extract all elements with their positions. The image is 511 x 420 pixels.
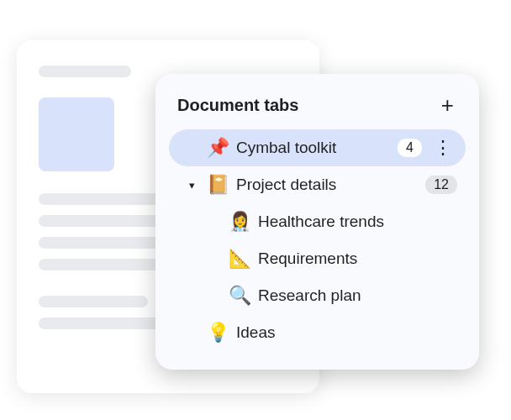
- tab-label: Requirements: [258, 249, 357, 268]
- tab-label: Cymbal toolkit: [236, 139, 336, 157]
- tab-healthcare-trends[interactable]: 👩‍⚕️ Healthcare trends: [169, 203, 466, 240]
- tab-label: Ideas: [236, 323, 275, 342]
- ruler-icon: 📐: [228, 248, 251, 270]
- tab-requirements[interactable]: 📐 Requirements: [169, 240, 466, 277]
- more-options-button[interactable]: ⋮: [429, 139, 457, 157]
- healthcare-worker-icon: 👩‍⚕️: [228, 211, 251, 233]
- tab-label: Healthcare trends: [258, 213, 384, 231]
- tab-project-details[interactable]: ▾ 📔 Project details 12: [169, 166, 466, 203]
- document-tabs-panel: Document tabs + ▾ 📌 Cymbal toolkit 4 ⋮ ▾…: [155, 74, 479, 370]
- add-tab-button[interactable]: +: [438, 92, 457, 118]
- magnifier-icon: 🔍: [228, 285, 251, 307]
- pin-icon: 📌: [206, 137, 229, 159]
- tab-label: Project details: [236, 176, 336, 194]
- tab-ideas[interactable]: ▾ 💡 Ideas: [169, 314, 466, 351]
- tab-badge: 4: [398, 139, 422, 157]
- tab-badge: 12: [425, 176, 457, 194]
- tab-cymbal-toolkit[interactable]: ▾ 📌 Cymbal toolkit 4 ⋮: [169, 129, 466, 166]
- panel-title: Document tabs: [177, 96, 298, 115]
- tab-research-plan[interactable]: 🔍 Research plan: [169, 277, 466, 314]
- expand-chevron[interactable]: ▾: [184, 179, 199, 192]
- panel-header: Document tabs +: [169, 89, 466, 129]
- lightbulb-icon: 💡: [206, 322, 229, 344]
- tab-label: Research plan: [258, 286, 361, 305]
- notebook-icon: 📔: [206, 174, 229, 196]
